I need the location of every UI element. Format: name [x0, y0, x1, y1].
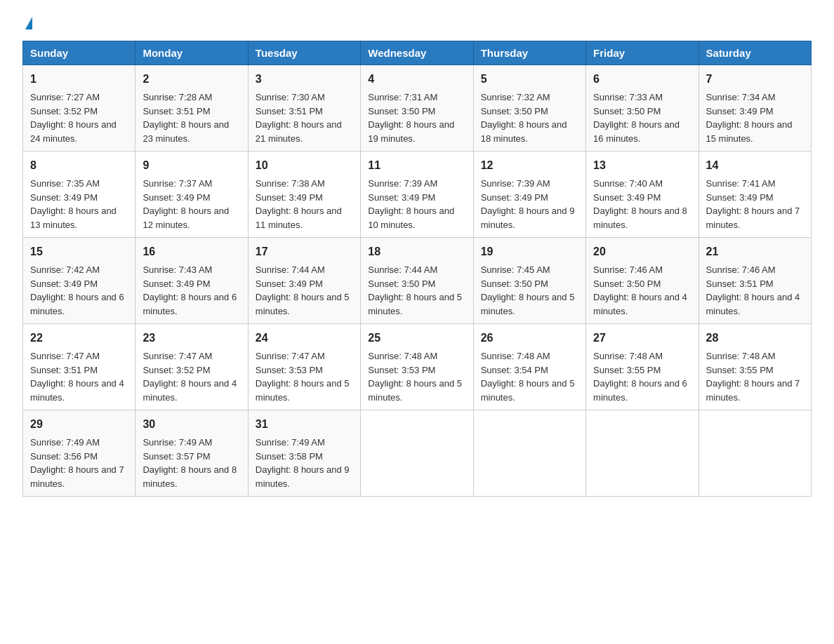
day-number: 6 — [593, 71, 691, 88]
day-info: Sunrise: 7:39 AMSunset: 3:49 PMDaylight:… — [481, 178, 575, 230]
day-info: Sunrise: 7:46 AMSunset: 3:51 PMDaylight:… — [706, 264, 800, 316]
weekday-header-sunday: Sunday — [23, 41, 135, 65]
day-info: Sunrise: 7:42 AMSunset: 3:49 PMDaylight:… — [30, 264, 124, 316]
day-number: 4 — [368, 71, 465, 88]
day-number: 20 — [593, 243, 691, 260]
calendar-day-cell: 21 Sunrise: 7:46 AMSunset: 3:51 PMDaylig… — [699, 238, 811, 324]
calendar-day-cell: 7 Sunrise: 7:34 AMSunset: 3:49 PMDayligh… — [699, 65, 811, 152]
calendar-week-row: 15 Sunrise: 7:42 AMSunset: 3:49 PMDaylig… — [23, 238, 812, 324]
day-number: 9 — [143, 157, 240, 174]
calendar-day-cell: 5 Sunrise: 7:32 AMSunset: 3:50 PMDayligh… — [473, 65, 585, 152]
logo-triangle-icon — [25, 17, 32, 29]
day-info: Sunrise: 7:47 AMSunset: 3:51 PMDaylight:… — [30, 351, 124, 403]
day-number: 2 — [143, 71, 240, 88]
day-number: 1 — [30, 71, 128, 88]
calendar-day-cell: 9 Sunrise: 7:37 AMSunset: 3:49 PMDayligh… — [135, 152, 248, 238]
day-number: 3 — [256, 71, 353, 88]
day-info: Sunrise: 7:48 AMSunset: 3:54 PMDaylight:… — [481, 351, 575, 403]
day-info: Sunrise: 7:32 AMSunset: 3:50 PMDaylight:… — [481, 92, 567, 144]
day-number: 23 — [143, 330, 240, 347]
day-info: Sunrise: 7:38 AMSunset: 3:49 PMDaylight:… — [256, 178, 342, 230]
calendar-table: SundayMondayTuesdayWednesdayThursdayFrid… — [22, 41, 812, 497]
day-info: Sunrise: 7:47 AMSunset: 3:53 PMDaylight:… — [256, 351, 350, 403]
calendar-day-cell: 23 Sunrise: 7:47 AMSunset: 3:52 PMDaylig… — [135, 324, 248, 410]
day-number: 15 — [30, 243, 128, 260]
day-number: 12 — [481, 157, 578, 174]
calendar-day-cell: 25 Sunrise: 7:48 AMSunset: 3:53 PMDaylig… — [361, 324, 473, 410]
day-info: Sunrise: 7:49 AMSunset: 3:57 PMDaylight:… — [143, 437, 237, 489]
day-number: 30 — [143, 416, 240, 433]
day-info: Sunrise: 7:44 AMSunset: 3:50 PMDaylight:… — [368, 264, 462, 316]
day-number: 19 — [481, 243, 578, 260]
calendar-day-cell: 18 Sunrise: 7:44 AMSunset: 3:50 PMDaylig… — [361, 238, 473, 324]
day-number: 5 — [481, 71, 578, 88]
logo — [22, 17, 32, 29]
calendar-day-cell: 15 Sunrise: 7:42 AMSunset: 3:49 PMDaylig… — [23, 238, 135, 324]
calendar-week-row: 29 Sunrise: 7:49 AMSunset: 3:56 PMDaylig… — [23, 410, 812, 497]
day-info: Sunrise: 7:43 AMSunset: 3:49 PMDaylight:… — [143, 264, 237, 316]
day-info: Sunrise: 7:33 AMSunset: 3:50 PMDaylight:… — [593, 92, 680, 144]
day-number: 10 — [256, 157, 353, 174]
calendar-day-cell: 19 Sunrise: 7:45 AMSunset: 3:50 PMDaylig… — [473, 238, 585, 324]
calendar-day-cell — [586, 410, 699, 497]
day-number: 7 — [706, 71, 804, 88]
weekday-header-monday: Monday — [135, 41, 248, 65]
day-info: Sunrise: 7:35 AMSunset: 3:49 PMDaylight:… — [30, 178, 117, 230]
day-number: 27 — [593, 330, 691, 347]
day-info: Sunrise: 7:28 AMSunset: 3:51 PMDaylight:… — [143, 92, 229, 144]
day-number: 22 — [30, 330, 128, 347]
day-number: 25 — [368, 330, 465, 347]
calendar-day-cell: 13 Sunrise: 7:40 AMSunset: 3:49 PMDaylig… — [586, 152, 699, 238]
calendar-day-cell: 28 Sunrise: 7:48 AMSunset: 3:55 PMDaylig… — [699, 324, 811, 410]
day-info: Sunrise: 7:39 AMSunset: 3:49 PMDaylight:… — [368, 178, 454, 230]
calendar-day-cell: 22 Sunrise: 7:47 AMSunset: 3:51 PMDaylig… — [23, 324, 135, 410]
day-info: Sunrise: 7:48 AMSunset: 3:55 PMDaylight:… — [593, 351, 687, 403]
day-number: 24 — [256, 330, 353, 347]
calendar-day-cell: 20 Sunrise: 7:46 AMSunset: 3:50 PMDaylig… — [586, 238, 699, 324]
day-info: Sunrise: 7:41 AMSunset: 3:49 PMDaylight:… — [706, 178, 800, 230]
weekday-header-wednesday: Wednesday — [361, 41, 473, 65]
calendar-day-cell: 8 Sunrise: 7:35 AMSunset: 3:49 PMDayligh… — [23, 152, 135, 238]
day-info: Sunrise: 7:48 AMSunset: 3:55 PMDaylight:… — [706, 351, 800, 403]
weekday-header-saturday: Saturday — [699, 41, 811, 65]
page-header — [22, 17, 812, 29]
day-info: Sunrise: 7:48 AMSunset: 3:53 PMDaylight:… — [368, 351, 462, 403]
calendar-day-cell: 16 Sunrise: 7:43 AMSunset: 3:49 PMDaylig… — [135, 238, 248, 324]
weekday-header-friday: Friday — [586, 41, 699, 65]
day-info: Sunrise: 7:30 AMSunset: 3:51 PMDaylight:… — [256, 92, 342, 144]
calendar-day-cell: 30 Sunrise: 7:49 AMSunset: 3:57 PMDaylig… — [135, 410, 248, 497]
day-number: 28 — [706, 330, 804, 347]
calendar-day-cell: 2 Sunrise: 7:28 AMSunset: 3:51 PMDayligh… — [135, 65, 248, 152]
day-info: Sunrise: 7:49 AMSunset: 3:56 PMDaylight:… — [30, 437, 124, 489]
day-number: 16 — [143, 243, 240, 260]
calendar-day-cell: 10 Sunrise: 7:38 AMSunset: 3:49 PMDaylig… — [248, 152, 360, 238]
day-info: Sunrise: 7:40 AMSunset: 3:49 PMDaylight:… — [593, 178, 687, 230]
day-number: 11 — [368, 157, 465, 174]
day-info: Sunrise: 7:49 AMSunset: 3:58 PMDaylight:… — [256, 437, 350, 489]
calendar-day-cell: 26 Sunrise: 7:48 AMSunset: 3:54 PMDaylig… — [473, 324, 585, 410]
day-info: Sunrise: 7:44 AMSunset: 3:49 PMDaylight:… — [256, 264, 350, 316]
calendar-day-cell — [361, 410, 473, 497]
calendar-day-cell: 17 Sunrise: 7:44 AMSunset: 3:49 PMDaylig… — [248, 238, 360, 324]
weekday-header-thursday: Thursday — [473, 41, 585, 65]
day-number: 26 — [481, 330, 578, 347]
day-number: 29 — [30, 416, 128, 433]
day-info: Sunrise: 7:27 AMSunset: 3:52 PMDaylight:… — [30, 92, 117, 144]
calendar-day-cell: 1 Sunrise: 7:27 AMSunset: 3:52 PMDayligh… — [23, 65, 135, 152]
day-number: 17 — [256, 243, 353, 260]
calendar-day-cell: 14 Sunrise: 7:41 AMSunset: 3:49 PMDaylig… — [699, 152, 811, 238]
calendar-day-cell: 3 Sunrise: 7:30 AMSunset: 3:51 PMDayligh… — [248, 65, 360, 152]
day-info: Sunrise: 7:37 AMSunset: 3:49 PMDaylight:… — [143, 178, 229, 230]
weekday-header-tuesday: Tuesday — [248, 41, 360, 65]
day-number: 8 — [30, 157, 128, 174]
calendar-day-cell: 29 Sunrise: 7:49 AMSunset: 3:56 PMDaylig… — [23, 410, 135, 497]
day-info: Sunrise: 7:46 AMSunset: 3:50 PMDaylight:… — [593, 264, 687, 316]
calendar-day-cell: 24 Sunrise: 7:47 AMSunset: 3:53 PMDaylig… — [248, 324, 360, 410]
calendar-day-cell: 31 Sunrise: 7:49 AMSunset: 3:58 PMDaylig… — [248, 410, 360, 497]
day-number: 18 — [368, 243, 465, 260]
calendar-week-row: 22 Sunrise: 7:47 AMSunset: 3:51 PMDaylig… — [23, 324, 812, 410]
calendar-week-row: 8 Sunrise: 7:35 AMSunset: 3:49 PMDayligh… — [23, 152, 812, 238]
calendar-day-cell: 4 Sunrise: 7:31 AMSunset: 3:50 PMDayligh… — [361, 65, 473, 152]
day-number: 21 — [706, 243, 804, 260]
calendar-day-cell: 27 Sunrise: 7:48 AMSunset: 3:55 PMDaylig… — [586, 324, 699, 410]
